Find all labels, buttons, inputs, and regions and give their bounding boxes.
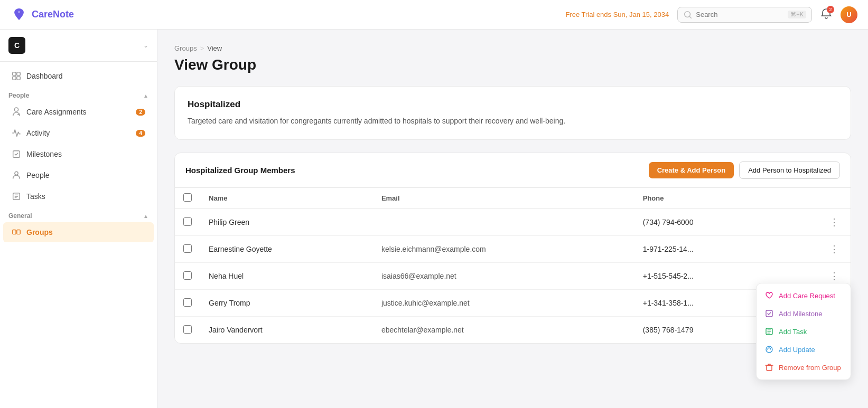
activity-icon [12, 128, 21, 138]
sidebar-item-activity[interactable]: Activity 4 [3, 123, 154, 143]
svg-rect-16 [767, 365, 772, 371]
breadcrumb-separator: > [200, 44, 204, 52]
svg-rect-3 [13, 77, 16, 80]
row-name: Jairo Vandervort [200, 317, 373, 344]
groups-label: Groups [26, 228, 145, 236]
row-name: Gerry Tromp [200, 290, 373, 317]
context-add-update[interactable]: Add Update [757, 340, 851, 358]
general-section-header[interactable]: General ▲ [0, 207, 157, 222]
row-checkbox[interactable] [183, 271, 192, 280]
milestones-label: Milestones [26, 150, 145, 158]
add-person-to-group-button[interactable]: Add Person to Hospitalized [739, 162, 840, 179]
row-checkbox[interactable] [183, 298, 192, 307]
milestones-icon [12, 149, 21, 159]
context-menu: Add Care Request Add Milestone Add Task [756, 283, 851, 380]
col-phone: Phone [634, 188, 780, 209]
members-header: Hospitalized Group Members Create & Add … [175, 153, 851, 188]
svg-rect-11 [13, 230, 16, 234]
context-add-milestone-label: Add Milestone [779, 310, 822, 318]
sidebar-item-groups[interactable]: Groups [3, 222, 154, 242]
table-row: Neha Huel isaias66@example.net +1-515-54… [175, 263, 851, 290]
row-email [373, 209, 634, 236]
heart-icon [765, 291, 773, 300]
dashboard-icon [12, 71, 21, 81]
create-add-person-button[interactable]: Create & Add Person [649, 162, 734, 178]
members-table: Name Email Phone Philip Green (734) 794-… [175, 188, 851, 343]
people-icon [12, 170, 21, 180]
members-section: Hospitalized Group Members Create & Add … [174, 153, 851, 344]
care-assignments-label: Care Assignments [26, 108, 130, 116]
col-name: Name [200, 188, 373, 209]
svg-rect-1 [13, 72, 16, 75]
user-avatar[interactable]: U [841, 6, 857, 23]
row-checkbox[interactable] [183, 217, 192, 226]
context-remove-label: Remove from Group [779, 364, 841, 372]
col-email: Email [373, 188, 634, 209]
search-input[interactable] [696, 11, 785, 18]
svg-point-15 [766, 346, 772, 353]
care-assignments-badge: 2 [136, 109, 145, 116]
members-title: Hospitalized Group Members [185, 166, 649, 175]
row-more-button[interactable]: ⋮ [826, 242, 842, 256]
row-email: ebechtelar@example.net [373, 317, 634, 344]
row-checkbox[interactable] [183, 244, 192, 253]
sidebar-item-dashboard[interactable]: Dashboard [3, 66, 154, 86]
group-info-card: Hospitalized Targeted care and visitatio… [174, 86, 851, 140]
context-add-care-request[interactable]: Add Care Request [757, 287, 851, 305]
app-logo[interactable]: CareNote [11, 6, 74, 23]
app-name: CareNote [32, 9, 74, 20]
row-more-button[interactable]: ⋮ [826, 269, 842, 283]
row-email: kelsie.eichmann@example.com [373, 236, 634, 263]
search-icon [683, 10, 693, 20]
body-layout: C ⌄ Dashboard People ▲ Care Ass [0, 30, 868, 408]
task-icon [765, 327, 773, 336]
col-actions [780, 188, 851, 209]
general-section-chevron-icon: ▲ [143, 213, 148, 219]
context-add-milestone[interactable]: Add Milestone [757, 305, 851, 322]
row-more-button[interactable]: ⋮ [826, 215, 842, 229]
search-shortcut: ⌘+K [788, 11, 806, 18]
main-content: Groups > View View Group Hospitalized Ta… [157, 30, 868, 408]
sidebar-item-milestones[interactable]: Milestones [3, 144, 154, 164]
select-all-checkbox[interactable] [183, 193, 192, 202]
tasks-label: Tasks [26, 192, 145, 201]
svg-rect-4 [17, 77, 20, 80]
svg-rect-12 [17, 230, 20, 234]
context-add-care-request-label: Add Care Request [779, 292, 835, 300]
context-add-task[interactable]: Add Task [757, 322, 851, 340]
page-title: View Group [174, 56, 851, 73]
breadcrumb-parent[interactable]: Groups [174, 44, 197, 52]
row-name: Philip Green [200, 209, 373, 236]
top-navigation: CareNote Free Trial ends Sun, Jan 15, 20… [0, 0, 868, 30]
groups-icon [12, 227, 21, 237]
context-remove-from-group[interactable]: Remove from Group [757, 358, 851, 376]
sidebar-item-people[interactable]: People [3, 165, 154, 185]
row-checkbox[interactable] [183, 325, 192, 334]
group-description: Targeted care and visitation for congreg… [188, 115, 838, 127]
row-phone: (734) 794-6000 [634, 209, 780, 236]
org-icon: C [8, 37, 25, 54]
org-switcher[interactable]: C ⌄ [0, 30, 157, 62]
table-header: Name Email Phone [175, 188, 851, 209]
row-email: isaias66@example.net [373, 263, 634, 290]
people-section-header[interactable]: People ▲ [0, 87, 157, 101]
sidebar-item-tasks[interactable]: Tasks [3, 186, 154, 206]
sidebar-item-care-assignments[interactable]: Care Assignments 2 [3, 102, 154, 122]
table-row: Jairo Vandervort ebechtelar@example.net … [175, 317, 851, 344]
activity-badge: 4 [136, 130, 145, 137]
group-name: Hospitalized [188, 99, 838, 110]
row-phone: 1-971-225-14... [634, 236, 780, 263]
care-assignments-icon [12, 107, 21, 117]
breadcrumb-current: View [207, 44, 222, 52]
svg-point-6 [15, 172, 18, 175]
org-chevron-icon: ⌄ [143, 42, 148, 49]
search-bar[interactable]: ⌘+K [677, 7, 812, 23]
dashboard-label: Dashboard [26, 72, 145, 80]
table-row: Gerry Tromp justice.kuhic@example.net +1… [175, 290, 851, 317]
remove-icon [765, 363, 773, 372]
update-icon [765, 345, 773, 354]
members-list: Philip Green (734) 794-6000 ⋮ Earnestine… [175, 209, 851, 344]
row-name: Earnestine Goyette [200, 236, 373, 263]
notifications-bell[interactable]: 2 [820, 8, 832, 22]
milestone-icon [765, 309, 773, 318]
